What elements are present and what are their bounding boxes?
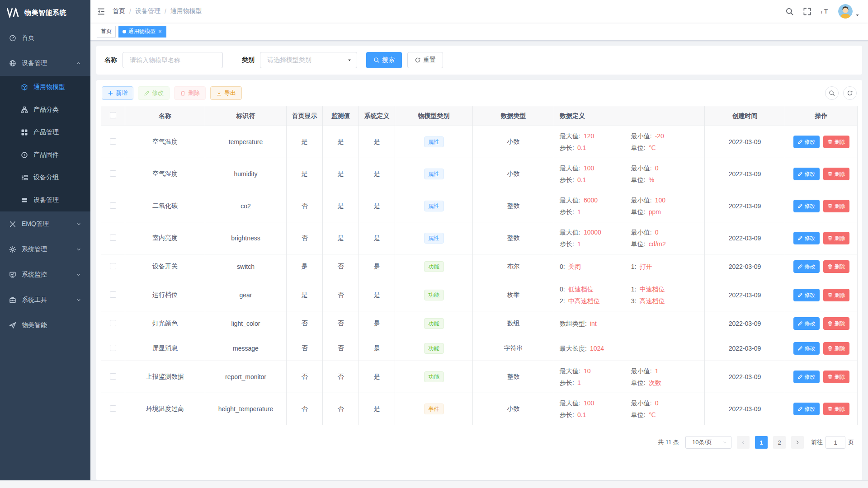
row-delete-button[interactable]: 删除	[823, 232, 849, 244]
row-edit-button[interactable]: 修改	[793, 136, 820, 148]
row-delete-button[interactable]: 删除	[823, 289, 849, 301]
row-checkbox[interactable]	[110, 405, 116, 412]
row-delete-button[interactable]: 删除	[823, 371, 849, 383]
goto-label: 前往	[811, 438, 823, 446]
row-checkbox[interactable]	[110, 235, 116, 241]
row-checkbox[interactable]	[110, 320, 116, 326]
edit-button[interactable]: 修改	[138, 86, 170, 100]
sidebar-item-product-management[interactable]: 产品管理	[0, 121, 90, 144]
row-identifier: co2	[205, 190, 287, 222]
search-icon	[373, 57, 380, 63]
definition-label: 单位:	[631, 144, 646, 151]
sidebar-item-thing-model[interactable]: 通用物模型	[0, 76, 90, 99]
category-filter-select[interactable]: 请选择模型类别	[260, 52, 357, 68]
avatar[interactable]	[838, 4, 853, 19]
pagination-prev-button[interactable]	[737, 436, 750, 449]
chevron-right-icon	[795, 440, 800, 445]
breadcrumb-separator: /	[129, 8, 131, 15]
font-size-icon[interactable]: тT	[821, 7, 829, 16]
row-checkbox[interactable]	[110, 138, 116, 145]
add-button-label: 新增	[116, 89, 127, 97]
page-size-select[interactable]: 10条/页	[685, 436, 731, 449]
refresh-button[interactable]	[843, 86, 857, 100]
reset-button[interactable]: 重置	[407, 52, 443, 68]
row-edit-button[interactable]: 修改	[793, 371, 820, 383]
sidebar-item-system-monitor[interactable]: 系统监控	[0, 262, 90, 287]
sidebar-item-wumei-smart[interactable]: 物美智能	[0, 313, 90, 338]
select-all-checkbox[interactable]	[110, 112, 116, 118]
row-delete-button[interactable]: 删除	[823, 200, 849, 212]
row-checkbox[interactable]	[110, 170, 116, 177]
definition-value: 1	[655, 367, 659, 375]
add-button[interactable]: 新增	[102, 86, 133, 100]
definition-value: 高速档位	[639, 297, 665, 305]
row-data-type: 整数	[473, 190, 554, 222]
sidebar-item-system-tools[interactable]: 系统工具	[0, 287, 90, 313]
row-data-type: 枚举	[473, 279, 554, 311]
sidebar-item-device-manage[interactable]: 设备管理	[0, 189, 90, 211]
pagination-page-1[interactable]: 1	[755, 436, 768, 449]
top-navbar: 首页/设备管理/通用物模型 тT	[90, 0, 868, 23]
sidebar-item-device-group[interactable]: 设备分组	[0, 166, 90, 189]
row-home-display: 是	[287, 158, 323, 190]
sidebar-item-product-firmware[interactable]: 产品固件	[0, 144, 90, 166]
row-delete-button[interactable]: 删除	[823, 342, 849, 355]
definition-label: 单位:	[631, 411, 646, 418]
row-delete-button[interactable]: 删除	[823, 168, 849, 180]
sidebar-item-emq-management[interactable]: EMQ管理	[0, 211, 90, 237]
table-body: 空气温度temperature是是是属性小数最大值:120最小值:-20步长:0…	[101, 126, 858, 425]
row-edit-button[interactable]: 修改	[793, 342, 820, 355]
row-delete-label: 删除	[835, 405, 845, 413]
tab-首页[interactable]: 首页	[97, 26, 116, 38]
export-button[interactable]: 导出	[210, 86, 242, 100]
tab-close-icon[interactable]: ×	[158, 28, 162, 34]
pagination-page-2[interactable]: 2	[773, 436, 786, 449]
row-checkbox[interactable]	[110, 373, 116, 380]
sidebar-item-system-management[interactable]: 系统管理	[0, 237, 90, 262]
fullscreen-icon[interactable]	[803, 7, 811, 16]
row-data-type: 整数	[473, 222, 554, 254]
row-edit-button[interactable]: 修改	[793, 317, 820, 330]
definition-item: 单位:℃	[631, 143, 699, 152]
row-edit-button[interactable]: 修改	[793, 289, 820, 301]
row-select-cell	[101, 222, 125, 254]
row-delete-button[interactable]: 删除	[823, 317, 849, 330]
row-checkbox[interactable]	[110, 291, 116, 298]
sidebar-toggle-icon[interactable]	[97, 7, 105, 16]
row-select-cell	[101, 158, 125, 190]
row-checkbox[interactable]	[110, 263, 116, 269]
row-data-type: 字符串	[473, 336, 554, 361]
row-delete-button[interactable]: 删除	[823, 403, 849, 415]
user-menu[interactable]	[838, 4, 860, 19]
delete-button[interactable]: 删除	[174, 86, 206, 100]
row-system-defined: 是	[359, 393, 395, 425]
row-actions: 修改删除	[785, 126, 858, 158]
goto-page-input[interactable]	[826, 436, 845, 449]
row-edit-button[interactable]: 修改	[793, 232, 820, 244]
row-checkbox[interactable]	[110, 202, 116, 209]
row-edit-button[interactable]: 修改	[793, 200, 820, 212]
sidebar-item-device-management[interactable]: 设备管理	[0, 51, 90, 76]
pagination-next-button[interactable]	[791, 436, 804, 449]
search-button[interactable]: 搜索	[366, 52, 402, 68]
pencil-icon	[797, 292, 803, 298]
pencil-icon	[797, 374, 803, 380]
tab-通用物模型[interactable]: 通用物模型×	[118, 26, 166, 38]
row-identifier: height_temperature	[205, 393, 287, 425]
sidebar-item-home[interactable]: 首页	[0, 25, 90, 51]
breadcrumb-item[interactable]: 首页	[113, 7, 125, 15]
definition-item: 0:低速档位	[560, 285, 631, 294]
page-size-value: 10条/页	[692, 438, 712, 446]
search-icon[interactable]	[785, 7, 794, 16]
row-data-definition: 最大值:10000最小值:0步长:1单位:cd/m2	[554, 222, 705, 254]
show-search-button[interactable]	[825, 86, 839, 100]
row-edit-button[interactable]: 修改	[793, 403, 820, 415]
row-delete-button[interactable]: 删除	[823, 136, 849, 148]
row-edit-button[interactable]: 修改	[793, 168, 820, 180]
name-filter-input[interactable]	[123, 52, 223, 68]
row-data-definition: 最大值:100最小值:0步长:0.1单位:%	[554, 158, 705, 190]
row-delete-button[interactable]: 删除	[823, 260, 849, 273]
row-edit-button[interactable]: 修改	[793, 260, 820, 273]
sidebar-item-product-category[interactable]: 产品分类	[0, 99, 90, 121]
row-checkbox[interactable]	[110, 345, 116, 351]
